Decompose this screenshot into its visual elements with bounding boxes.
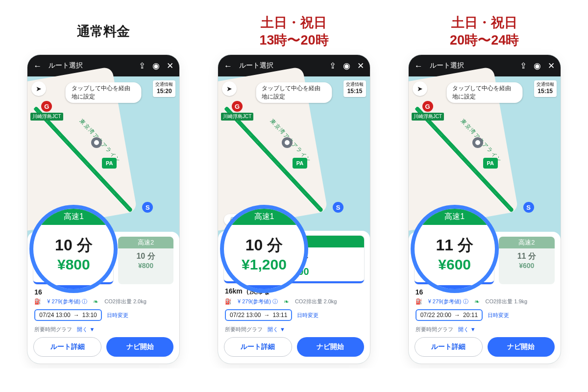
- zoom-callout: 高速1 10 分 ¥1,200: [220, 205, 308, 293]
- column-title: 土日・祝日 20時〜24時: [401, 12, 568, 51]
- jct-label: 川崎浮島JCT: [30, 113, 63, 121]
- route-price: ¥600: [501, 262, 553, 270]
- duration-graph-label: 所要時間グラフ: [34, 326, 72, 333]
- waypoint-tip[interactable]: タップして中心を経由地に設定: [446, 82, 522, 103]
- comparison-column: 土日・祝日 20時〜24時 G 川崎浮島JCT 東京湾アクアライン PA S ←…: [401, 12, 568, 364]
- route-card-alt[interactable]: 高速2 11 分 ¥600: [499, 237, 555, 284]
- start-nav-button[interactable]: ナビ開始: [106, 337, 173, 357]
- waypoint-tip[interactable]: タップして中心を経由地に設定: [256, 82, 332, 103]
- leaf-icon: ❧: [93, 298, 98, 305]
- route-detail-button[interactable]: ルート詳細: [33, 337, 101, 357]
- duration-graph-label: 所要時間グラフ: [225, 326, 263, 333]
- fuel-cost: ¥ 279(参考値) ⓘ: [238, 298, 278, 305]
- duration-graph-toggle[interactable]: 開く ▼: [268, 326, 285, 333]
- fuel-icon: ⛽: [225, 298, 232, 305]
- start-pin: S: [333, 202, 343, 213]
- dt-change-link[interactable]: 日時変更: [107, 312, 128, 319]
- close-icon[interactable]: ✕: [548, 62, 555, 70]
- duration-graph-label: 所要時間グラフ: [416, 326, 453, 333]
- zoom-price: ¥800: [57, 256, 90, 276]
- co2-text: CO2排出量 2.0kg: [295, 298, 337, 305]
- route-minutes: 11 分: [501, 251, 553, 262]
- goal-pin: G: [422, 101, 433, 112]
- traffic-chip[interactable]: 交通情報 15:15: [534, 80, 557, 97]
- compass-icon[interactable]: ➤: [413, 81, 427, 96]
- start-nav-button[interactable]: ナビ開始: [488, 337, 555, 357]
- column-title: 土日・祝日 13時〜20時: [211, 12, 377, 51]
- waypoint-tip[interactable]: タップして中心を経由地に設定: [66, 82, 142, 103]
- jct-label: 川崎浮島JCT: [221, 113, 253, 121]
- zoom-callout: 高速1 11 分 ¥600: [411, 205, 499, 293]
- dt-change-link[interactable]: 日時変更: [297, 312, 318, 319]
- dt-change-link[interactable]: 日時変更: [488, 312, 509, 319]
- share-icon[interactable]: ⇪: [139, 62, 146, 70]
- zoom-minutes: 10 分: [55, 235, 92, 256]
- route-card-header: 高速2: [499, 237, 555, 248]
- start-nav-button[interactable]: ナビ開始: [297, 337, 364, 357]
- arrow-right-icon: →: [264, 312, 270, 318]
- duration-graph-toggle[interactable]: 開く ▼: [458, 326, 476, 333]
- zoom-price: ¥1,200: [242, 256, 287, 276]
- add-pin-icon[interactable]: ◉: [343, 62, 350, 70]
- route-minutes: 10 分: [120, 251, 172, 262]
- share-icon[interactable]: ⇪: [329, 62, 336, 70]
- fuel-cost: ¥ 279(参考値) ⓘ: [428, 298, 468, 305]
- leaf-icon: ❧: [474, 298, 480, 305]
- dt-from: 07/24 13:00: [39, 312, 70, 318]
- datetime-pill[interactable]: 07/22 20:00 → 20:11: [416, 309, 483, 321]
- back-icon[interactable]: ←: [33, 62, 42, 70]
- phone-mockup: G 川崎浮島JCT 東京湾アクアライン PA S ← ルート選択 ⇪ ◉ ✕ ➤…: [409, 55, 561, 364]
- close-icon[interactable]: ✕: [357, 62, 364, 70]
- start-pin: S: [523, 202, 534, 213]
- dt-from: 07/22 20:00: [420, 312, 451, 318]
- datetime-pill[interactable]: 07/22 13:00 → 13:11: [225, 309, 292, 321]
- traffic-label: 交通情報: [343, 81, 366, 88]
- share-icon[interactable]: ⇪: [520, 62, 527, 70]
- route-detail-button[interactable]: ルート詳細: [224, 337, 292, 357]
- dt-from: 07/22 13:00: [230, 312, 261, 318]
- traffic-label: 交通情報: [153, 81, 175, 88]
- fuel-icon: ⛽: [34, 298, 41, 305]
- route-card-header: 高速2: [118, 237, 174, 248]
- zoom-price: ¥600: [438, 256, 471, 276]
- topbar-title: ルート選択: [49, 61, 132, 70]
- dt-to: 20:11: [463, 312, 478, 318]
- traffic-time: 15:15: [343, 88, 366, 95]
- co2-text: CO2排出量 2.0kg: [104, 298, 147, 305]
- back-icon[interactable]: ←: [224, 62, 232, 70]
- crosshair-icon: [282, 137, 293, 148]
- zoom-minutes: 10 分: [245, 235, 283, 256]
- dt-to: 13:11: [272, 312, 287, 318]
- close-icon[interactable]: ✕: [167, 62, 173, 70]
- back-icon[interactable]: ←: [415, 62, 423, 70]
- compass-icon[interactable]: ➤: [222, 81, 237, 96]
- add-pin-icon[interactable]: ◉: [534, 62, 541, 70]
- route-detail-button[interactable]: ルート詳細: [415, 337, 483, 357]
- start-pin: S: [142, 202, 153, 213]
- goal-pin: G: [232, 101, 243, 112]
- arrow-right-icon: →: [74, 312, 79, 318]
- traffic-chip[interactable]: 交通情報 15:20: [153, 80, 175, 97]
- duration-graph-toggle[interactable]: 開く ▼: [77, 326, 95, 333]
- zoom-minutes: 11 分: [436, 235, 473, 256]
- topbar-title: ルート選択: [430, 61, 513, 70]
- route-price: ¥800: [120, 262, 172, 270]
- comparison-column: 通常料金 G 川崎浮島JCT 東京湾アクアライン PA S ← ルート選択 ⇪ …: [20, 12, 187, 364]
- co2-text: CO2排出量 1.9kg: [486, 298, 528, 305]
- dt-to: 13:10: [82, 312, 97, 318]
- comparison-column: 土日・祝日 13時〜20時 G 川崎浮島JCT 東京湾アクアライン PA S ←…: [211, 12, 377, 364]
- phone-mockup: G 川崎浮島JCT 東京湾アクアライン PA S ← ルート選択 ⇪ ◉ ✕ ➤…: [27, 55, 179, 364]
- datetime-pill[interactable]: 07/24 13:00 → 13:10: [34, 309, 101, 321]
- traffic-chip[interactable]: 交通情報 15:15: [343, 80, 366, 97]
- pa-pin: PA: [102, 158, 117, 169]
- pa-pin: PA: [483, 158, 498, 169]
- jct-label: 川崎浮島JCT: [412, 113, 444, 121]
- fuel-icon: ⛽: [416, 298, 422, 305]
- fuel-cost: ¥ 279(参考値) ⓘ: [47, 298, 87, 305]
- route-card-alt[interactable]: 高速2 10 分 ¥800: [118, 237, 174, 284]
- leaf-icon: ❧: [284, 298, 289, 305]
- add-pin-icon[interactable]: ◉: [152, 62, 160, 70]
- phone-mockup: G 川崎浮島JCT 東京湾アクアライン PA S ← ルート選択 ⇪ ◉ ✕ ➤…: [218, 55, 370, 364]
- zoom-callout: 高速1 10 分 ¥800: [29, 205, 118, 293]
- pa-pin: PA: [293, 158, 307, 169]
